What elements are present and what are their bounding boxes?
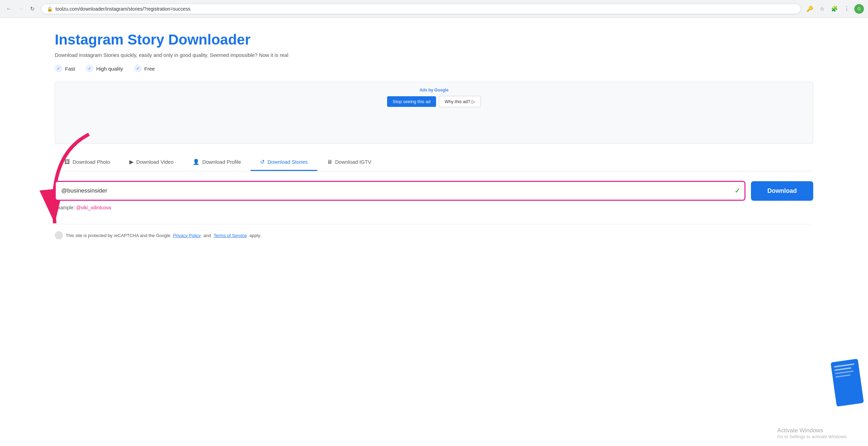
footer-section: This site is protected by reCAPTCHA and …: [55, 224, 813, 239]
tab-download-photo[interactable]: 🖼 Download Photo: [55, 154, 120, 171]
video-tab-icon: ▶: [129, 159, 133, 165]
tabs-bar: 🖼 Download Photo ▶ Download Video 👤 Down…: [55, 154, 813, 171]
footer-text: This site is protected by reCAPTCHA and …: [66, 233, 170, 238]
svg-rect-1: [831, 359, 864, 407]
feature-free-label: Free: [144, 66, 155, 72]
terms-of-service-link[interactable]: Terms of Service: [214, 233, 247, 238]
feature-free: ✓ Free: [134, 65, 155, 72]
page-subtitle: Download Instagram Stories quickly, easi…: [55, 52, 813, 58]
check-free-icon: ✓: [134, 65, 142, 72]
check-quality-icon: ✓: [86, 65, 93, 72]
key-icon[interactable]: 🔑: [805, 4, 815, 14]
profile-tab-icon: 👤: [193, 159, 200, 165]
example-text: Example: @viki_odintcova: [55, 205, 813, 210]
tab-igtv-label: Download IGTV: [335, 159, 371, 165]
check-fast-icon: ✓: [55, 65, 62, 72]
stories-tab-icon: ↺: [260, 159, 265, 165]
footer-apply: apply.: [250, 233, 261, 238]
menu-icon[interactable]: ⋮: [842, 4, 852, 14]
page-title: Instagram Story Downloader: [55, 32, 813, 48]
download-button[interactable]: Download: [751, 181, 813, 201]
refresh-button[interactable]: ↻: [27, 4, 37, 14]
tab-stories-label: Download Stories: [267, 159, 308, 165]
input-section: ✓ Download: [55, 181, 813, 201]
recaptcha-logo: [55, 231, 63, 239]
tab-video-label: Download Video: [136, 159, 174, 165]
avatar[interactable]: G: [854, 4, 864, 14]
browser-chrome: ← → ↻ 🔒 toolzu.com/downloader/instagram/…: [0, 0, 868, 18]
tab-photo-label: Download Photo: [73, 159, 110, 165]
username-input[interactable]: [60, 183, 735, 198]
stop-ad-button[interactable]: Stop seeing this ad: [387, 96, 436, 107]
toolbar-icons: 🔑 ☆ 🧩 ⋮ G: [805, 4, 864, 14]
tab-download-igtv[interactable]: 🖥 Download IGTV: [317, 154, 381, 171]
star-icon[interactable]: ☆: [817, 4, 827, 14]
example-label: Example:: [55, 205, 75, 210]
why-ad-button[interactable]: Why this ad? ▷: [439, 96, 481, 107]
privacy-policy-link[interactable]: Privacy Policy: [173, 233, 201, 238]
address-bar[interactable]: 🔒 toolzu.com/downloader/instagram/storie…: [41, 4, 801, 14]
back-button[interactable]: ←: [4, 4, 14, 14]
photo-tab-icon: 🖼: [64, 159, 70, 165]
feature-quality-label: High quality: [96, 66, 123, 72]
ad-section: Ads by Google Stop seeing this ad Why th…: [55, 82, 813, 144]
feature-fast-label: Fast: [65, 66, 75, 72]
tab-download-video[interactable]: ▶ Download Video: [120, 154, 183, 171]
extensions-icon[interactable]: 🧩: [830, 4, 839, 14]
forward-button[interactable]: →: [16, 4, 25, 14]
feature-quality: ✓ High quality: [86, 65, 123, 72]
feature-fast: ✓ Fast: [55, 65, 75, 72]
nav-buttons: ← → ↻: [4, 4, 37, 14]
url-text: toolzu.com/downloader/instagram/stories/…: [55, 6, 190, 12]
tab-download-stories[interactable]: ↺ Download Stories: [251, 154, 317, 171]
ad-label-prefix: Ads by: [420, 88, 434, 92]
footer-and: and: [204, 233, 211, 238]
ad-brand: Google: [434, 88, 448, 92]
features-list: ✓ Fast ✓ High quality ✓ Free: [55, 65, 813, 72]
igtv-tab-icon: 🖥: [327, 159, 332, 165]
corner-decoration: [827, 357, 868, 412]
ad-controls: Stop seeing this ad Why this ad? ▷: [387, 96, 481, 107]
tab-download-profile[interactable]: 👤 Download Profile: [183, 154, 251, 171]
input-wrapper: ✓: [55, 181, 745, 201]
tab-profile-label: Download Profile: [202, 159, 241, 165]
input-valid-icon: ✓: [735, 187, 740, 195]
example-link[interactable]: @viki_odintcova: [76, 205, 111, 210]
ad-label: Ads by Google: [420, 88, 449, 92]
page-content: Instagram Story Downloader Download Inst…: [0, 18, 868, 446]
lock-icon: 🔒: [47, 6, 53, 12]
